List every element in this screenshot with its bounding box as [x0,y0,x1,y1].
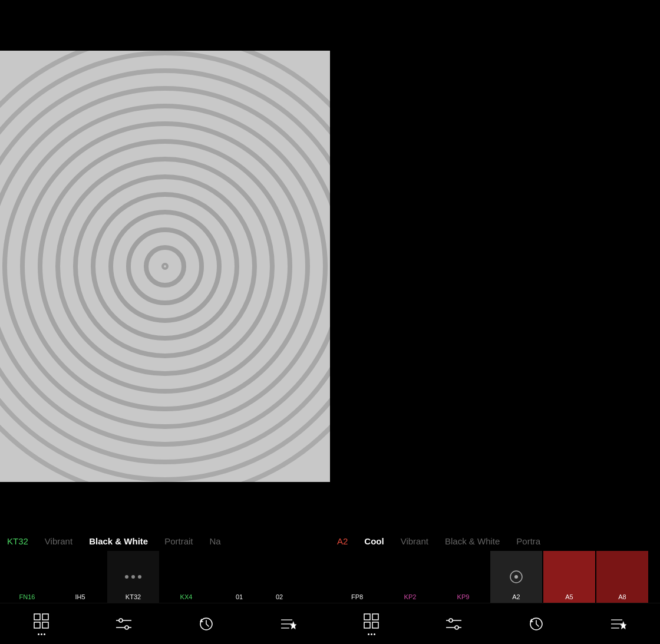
starred-icon [280,616,297,632]
left-toolbar-starred-button[interactable] [280,616,297,632]
right-filter-label-vibrant[interactable]: Vibrant [392,536,437,546]
left-filter-thumb-01[interactable]: 01 [213,551,265,603]
right-dot-1 [368,633,369,635]
left-header [0,0,330,51]
right-filter-thumb-a2[interactable]: A2 [490,551,542,603]
dot-2 [41,633,42,635]
right-history-icon [528,616,544,632]
right-filter-thumb-a5[interactable]: A5 [543,551,595,603]
right-thumb-label-fp8: FP8 [331,593,383,600]
svg-rect-16 [364,622,370,628]
right-bottom-toolbar [330,603,660,644]
a2-icon [508,569,524,585]
left-filter-label-vibrant[interactable]: Vibrant [37,536,81,546]
right-grid-icon [363,613,380,629]
left-thumb-label-ih5: IH5 [54,593,106,600]
svg-rect-2 [34,622,40,628]
left-filter-label-kt32[interactable]: KT32 [7,536,37,546]
left-thumb-label-fn16: FN16 [1,593,53,600]
right-thumb-label-kp2: KP2 [384,593,436,600]
left-filter-label-na[interactable]: Na [202,536,229,546]
right-filter-label-portrait[interactable]: Portra [508,536,549,546]
right-sliders-icon [446,616,462,632]
svg-point-21 [455,626,458,629]
left-photo-canvas [0,51,330,482]
right-filter-thumb-kp2[interactable]: KP2 [384,551,436,603]
right-starred-icon [610,616,627,632]
right-thumb-label-a2: A2 [490,593,542,600]
right-filter-thumb-a8[interactable]: A8 [596,551,648,603]
svg-rect-1 [42,614,48,620]
svg-point-5 [119,619,123,622]
svg-rect-0 [34,614,40,620]
left-thumb-label-01: 01 [213,593,265,600]
right-grid-dots [368,633,375,635]
grid-icon [33,613,50,629]
right-photo-area [330,51,660,482]
right-photo-canvas [330,51,660,482]
right-toolbar-starred-button[interactable] [610,616,627,632]
right-filter-thumb-kp9[interactable]: KP9 [437,551,489,603]
right-filter-thumb-fp8[interactable]: FP8 [331,551,383,603]
left-filter-label-portrait[interactable]: Portrait [156,536,201,546]
dot-3 [44,633,45,635]
right-toolbar-grid-button[interactable] [363,613,380,635]
right-dot-2 [371,633,372,635]
svg-point-19 [449,619,453,622]
left-thumb-label-kt32: KT32 [107,593,159,600]
right-filter-thumbnails: FP8 KP2 KP9 A2 A5 [330,551,660,603]
left-toolbar-grid-button[interactable] [33,613,50,635]
left-filter-thumbnails: FN16 IH5 KT32 KX4 [0,551,330,603]
left-filter-labels: KT32 Vibrant Black & White Portrait Na [0,536,330,546]
left-thumb-label-kx4: KX4 [160,593,212,600]
svg-rect-15 [372,614,378,620]
right-thumb-label-kp9: KP9 [437,593,489,600]
svg-point-13 [514,575,518,579]
left-filter-area: KT32 Vibrant Black & White Portrait Na F… [0,529,330,603]
right-filter-area: A2 Cool Vibrant Black & White Portra FP8… [330,529,660,603]
left-toolbar-sliders-button[interactable] [116,616,132,632]
right-thumb-label-a8: A8 [596,593,648,600]
right-photo-spacer [330,482,660,529]
right-filter-label-a2[interactable]: A2 [337,536,356,546]
right-panel: A2 Cool Vibrant Black & White Portra FP8… [330,0,660,644]
right-thumb-label-a5: A5 [543,593,595,600]
dot-1 [38,633,39,635]
left-photo-area [0,51,330,482]
left-toolbar-history-button[interactable] [198,616,214,632]
left-filter-thumb-kt32[interactable]: KT32 [107,551,159,603]
left-filter-thumb-fn16[interactable]: FN16 [1,551,53,603]
svg-rect-17 [372,622,378,628]
left-filter-thumb-kx4[interactable]: KX4 [160,551,212,603]
right-filter-labels: A2 Cool Vibrant Black & White Portra [330,536,660,546]
left-panel: KT32 Vibrant Black & White Portrait Na F… [0,0,330,644]
right-toolbar-sliders-button[interactable] [446,616,462,632]
right-header [330,0,660,51]
right-filter-label-cool[interactable]: Cool [356,536,392,546]
right-toolbar-history-button[interactable] [528,616,544,632]
left-bottom-toolbar [0,603,330,644]
history-icon [198,616,214,632]
right-dot-3 [374,633,375,635]
sliders-icon [116,616,132,632]
svg-rect-14 [364,614,370,620]
svg-point-7 [125,626,128,629]
left-filter-thumb-02[interactable]: 02 [266,551,292,603]
left-filter-thumb-ih5[interactable]: IH5 [54,551,106,603]
dots-icon [125,575,141,579]
left-photo-spacer [0,482,330,529]
left-thumb-label-02: 02 [266,593,292,600]
svg-rect-3 [42,622,48,628]
left-filter-label-bw[interactable]: Black & White [81,536,156,546]
left-grid-dots [38,633,45,635]
right-filter-label-bw[interactable]: Black & White [437,536,508,546]
